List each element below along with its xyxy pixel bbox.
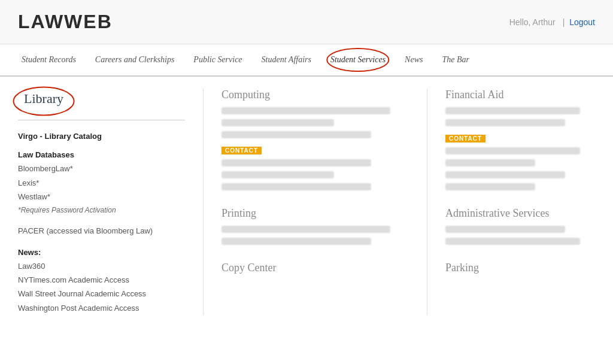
library-heading-circle: Library	[18, 89, 69, 114]
copy-center-title: Copy Center	[221, 262, 409, 274]
nav-link-student-affairs[interactable]: Student Affairs	[252, 44, 321, 75]
header: LAWWEB Hello, Arthur | Logout	[0, 0, 613, 44]
user-greeting: Hello, Arthur	[509, 17, 556, 27]
left-column: Library Virgo - Library Catalog Law Data…	[18, 89, 204, 315]
nav-link-careers[interactable]: Careers and Clerkships	[86, 44, 184, 75]
computing-line-1	[221, 107, 390, 114]
parking-section: Parking	[445, 262, 595, 274]
divider	[18, 120, 185, 120]
nav-item-student-affairs[interactable]: Student Affairs	[252, 44, 321, 75]
nav-link-news[interactable]: News	[395, 44, 432, 75]
computing-section: Computing CONTACT	[221, 89, 409, 190]
printing-section: Printing	[221, 207, 409, 245]
nav-item-careers[interactable]: Careers and Clerkships	[86, 44, 184, 75]
financial-aid-section: Financial Aid CONTACT	[445, 89, 595, 190]
nav-item-the-bar[interactable]: The Bar	[432, 44, 479, 75]
virgo-link-group: Virgo - Library Catalog	[18, 129, 185, 143]
pacer-link[interactable]: PACER (accessed via Bloomberg Law)	[18, 224, 185, 238]
nav-link-public-service[interactable]: Public Service	[184, 44, 251, 75]
computing-contact-info	[221, 159, 409, 190]
logout-link[interactable]: Logout	[569, 17, 595, 27]
separator: |	[563, 17, 565, 27]
computing-title: Computing	[221, 89, 409, 101]
news-section-label: News:	[18, 248, 185, 257]
computing-contact-line-3	[221, 183, 371, 190]
financial-contact-line-1	[445, 147, 580, 154]
admin-line-2	[445, 238, 580, 245]
parking-title: Parking	[445, 262, 595, 274]
law360-link[interactable]: Law360	[18, 259, 185, 273]
admin-services-title: Administrative Services	[445, 207, 595, 220]
financial-contact-line-4	[445, 183, 535, 190]
financial-aid-line-2	[445, 119, 565, 126]
nav-link-student-records[interactable]: Student Records	[12, 44, 86, 75]
nav-link-student-services[interactable]: Student Services	[321, 44, 395, 75]
content-area: Library Virgo - Library Catalog Law Data…	[0, 77, 613, 327]
financial-aid-title: Financial Aid	[445, 89, 595, 101]
nav-item-news[interactable]: News	[395, 44, 432, 75]
mid-column: Computing CONTACT Printing Copy Center	[204, 89, 427, 315]
financial-aid-line-1	[445, 107, 580, 114]
computing-contact-badge: CONTACT	[221, 147, 262, 154]
law-databases-group: Law Databases BloombergLaw* Lexis* Westl…	[18, 150, 185, 217]
nytimes-link[interactable]: NYTimes.com Academic Access	[18, 273, 185, 287]
nav-highlight-circle: Student Services	[330, 55, 386, 65]
computing-line-3	[221, 131, 371, 138]
site-title: LAWWEB	[18, 11, 113, 33]
computing-contact-line-2	[221, 171, 334, 178]
password-note: *Requires Password Activation	[18, 204, 185, 217]
printing-line-2	[221, 238, 371, 245]
law-databases-label: Law Databases	[18, 150, 185, 159]
user-info: Hello, Arthur | Logout	[507, 17, 595, 27]
copy-center-section: Copy Center	[221, 262, 409, 274]
admin-services-section: Administrative Services	[445, 207, 595, 245]
washpost-link[interactable]: Washington Post Academic Access	[18, 301, 185, 315]
financial-contact-line-2	[445, 159, 535, 166]
printing-line-1	[221, 226, 390, 233]
computing-contact-line-1	[221, 159, 371, 166]
financial-contact-badge: CONTACT	[445, 135, 485, 142]
bloomberg-link[interactable]: BloombergLaw*	[18, 162, 185, 175]
printing-title: Printing	[221, 207, 409, 220]
main-nav: Student Records Careers and Clerkships P…	[0, 44, 613, 77]
lexis-link[interactable]: Lexis*	[18, 176, 185, 190]
nav-item-student-records[interactable]: Student Records	[12, 44, 86, 75]
computing-line-2	[221, 119, 334, 126]
financial-contact-line-3	[445, 171, 565, 178]
wsj-link[interactable]: Wall Street Journal Academic Access	[18, 287, 185, 301]
virgo-link[interactable]: Virgo - Library Catalog	[18, 129, 185, 143]
financial-contact-info	[445, 147, 595, 190]
westlaw-link[interactable]: Westlaw*	[18, 190, 185, 204]
nav-link-the-bar[interactable]: The Bar	[432, 44, 479, 75]
admin-line-1	[445, 226, 565, 233]
nav-item-public-service[interactable]: Public Service	[184, 44, 251, 75]
nav-item-student-services[interactable]: Student Services	[321, 44, 395, 75]
library-heading: Library	[24, 91, 63, 107]
right-column: Financial Aid CONTACT Administrative Ser…	[427, 89, 595, 315]
